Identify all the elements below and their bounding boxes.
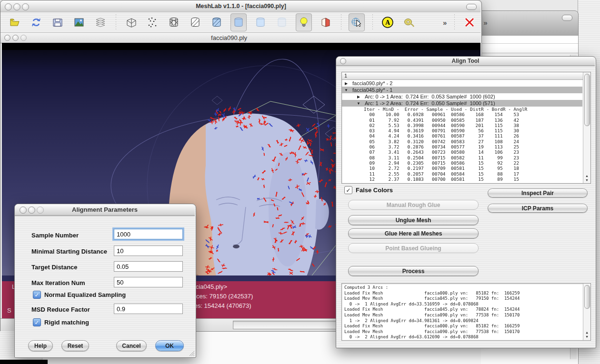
smooth-shaded-icon[interactable] [253, 14, 268, 31]
tree-scrollbar[interactable]: ▲ ▼ [583, 72, 590, 183]
log-line: Loaded Mov Mesh faccia090.ply vn: 77538 … [342, 329, 582, 335]
align-tool-titlebar: Align Tool [336, 57, 595, 66]
scroll-down-arrow-icon: ▼ [584, 335, 590, 339]
hidden-lines-icon[interactable] [188, 14, 203, 31]
measure-icon[interactable] [401, 14, 417, 31]
tree-row[interactable]: ▼faccia045.ply* - 1 [342, 87, 582, 93]
reload-icon[interactable] [29, 14, 44, 31]
save-icon[interactable] [50, 14, 65, 31]
log-box[interactable]: Computed 3 Arcs :Loaded Fix Mesh faccia0… [341, 283, 591, 341]
more-tools-icon[interactable]: » [443, 19, 447, 27]
iteration-table-row: 06 3.72 0.2876 00734 00577 19 113 25 [342, 144, 590, 149]
tree-row[interactable]: ▶Arc: 0 -> 1 Area: 0.724 Err: 0.053 Samp… [342, 93, 582, 100]
flat-shaded-icon[interactable] [230, 13, 247, 31]
toolbar-toggle-pill[interactable] [562, 15, 572, 21]
log-line: Loaded Mov Mesh faccia045.ply vn: 79150 … [342, 296, 582, 302]
iteration-table-row: 10 2.72 0.2197 00709 00581 15 95 18 [342, 166, 590, 171]
cancel-button[interactable]: Cancel [116, 340, 147, 351]
target-distance-label: Target Distance [31, 264, 78, 271]
tree-scrollbar-arrows[interactable]: ▲ ▼ [584, 174, 590, 182]
collapse-triangle-icon[interactable]: ▼ [344, 88, 349, 92]
expand-triangle-icon[interactable]: ▶ [356, 95, 361, 99]
snapshot-icon[interactable] [71, 14, 87, 31]
ok-button[interactable]: OK [155, 340, 184, 351]
params-title: Alignment Parameters [15, 206, 195, 213]
msd-reduce-factor-field[interactable] [114, 304, 183, 314]
open-icon[interactable] [7, 14, 22, 31]
flat-lines-icon[interactable] [209, 14, 224, 31]
minimize-button[interactable] [13, 3, 20, 10]
icp-params-button[interactable]: ICP Params [488, 204, 588, 213]
checkbox-box: ✓ [33, 318, 41, 326]
texture-icon[interactable] [274, 14, 290, 31]
light-icon[interactable] [296, 13, 312, 31]
delete-mesh-icon[interactable] [462, 14, 477, 31]
process-button[interactable]: Process [348, 266, 479, 276]
checkmark-icon: ✓ [34, 319, 39, 326]
tree-row-label: Arc: 0 -> 1 Area: 0.724 Err: 0.053 Sampl… [365, 94, 495, 99]
normal-equalized-sampling-checkbox[interactable]: ✓ Normal Equalized Sampling [33, 291, 126, 299]
rigid-matching-checkbox[interactable]: ✓ Rigid matching [33, 318, 89, 326]
reset-button[interactable]: Reset [61, 340, 89, 351]
log-line: 0 -> 2 Aligned AvgErr dd=63.612690 -> dd… [342, 334, 582, 340]
log-line: 1 -> 2 Aligned AvgErr dd=34.981361 -> dd… [342, 318, 582, 324]
main-toolbar: A » » [0, 12, 480, 33]
toolbar-separator [453, 14, 456, 30]
min-start-distance-label: Minimal Starting Distance [31, 248, 107, 255]
tree-column-header[interactable]: 1 [342, 72, 590, 80]
tree-row[interactable]: ▼Arc: 1 -> 2 Area: 0.724 Err: 0.050 Samp… [342, 100, 582, 107]
document-titlebar: faccia090.ply [0, 33, 480, 43]
false-colors-checkbox[interactable]: ✓ False Colors [344, 186, 393, 194]
checkbox-box: ✓ [344, 186, 352, 194]
more-icon[interactable]: » [483, 19, 487, 27]
max-iteration-field[interactable] [114, 277, 183, 287]
expand-triangle-icon[interactable]: ▶ [344, 81, 349, 86]
zoom-button[interactable] [22, 3, 29, 10]
letter-a-glyph: A [385, 19, 390, 26]
tree-row-label: faccia045.ply* - 1 [352, 87, 392, 93]
params-titlebar: Alignment Parameters [15, 204, 195, 216]
log-line: Loaded Fix Mesh faccia045.ply vn: 78824 … [342, 307, 582, 313]
iteration-table: Iter - MinD - Error - Sample - Used - Di… [342, 107, 590, 182]
close-button[interactable] [5, 3, 12, 10]
bottom-black-strip [0, 360, 48, 364]
tree-row-label: faccia090.ply* - 2 [352, 80, 392, 86]
backface-culling-icon[interactable] [318, 14, 333, 31]
glue-here-all-meshes-button[interactable]: Glue Here all Meshes [348, 228, 479, 238]
collapse-triangle-icon[interactable]: ▼ [356, 101, 361, 106]
msd-reduce-factor-label: MSD Reduce Factor [31, 306, 90, 313]
log-scrollbar[interactable]: ▲ ▼ [583, 284, 590, 340]
iteration-table-row: 11 2.55 0.2057 00704 00584 15 88 17 [342, 171, 590, 177]
log-scrollbar-arrows[interactable]: ▲ ▼ [584, 331, 590, 339]
iteration-table-row: 05 3.82 0.3120 00742 00583 27 108 24 [342, 139, 590, 144]
tree-row[interactable]: ▶faccia090.ply* - 2 [342, 80, 582, 87]
screen: MeshLab v1.1.0 - [faccia090.ply] [0, 0, 600, 364]
tree-scrollbar-thumb[interactable] [584, 74, 590, 126]
bounding-box-icon[interactable] [123, 14, 139, 31]
inspect-pair-button[interactable]: Inspect Pair [488, 188, 588, 197]
layers-icon[interactable] [93, 14, 108, 31]
alignment-parameters-dialog: Alignment Parameters Sample Number Minim… [14, 204, 196, 358]
main-toolbar-toggle-pill[interactable] [466, 4, 477, 10]
help-button[interactable]: Help [28, 340, 53, 351]
max-iteration-label: Max Iteration Num [31, 279, 85, 286]
unglue-mesh-button[interactable]: Unglue Mesh [348, 215, 479, 225]
wireframe-icon[interactable] [166, 14, 181, 31]
target-distance-field[interactable] [114, 261, 183, 272]
points-icon[interactable] [145, 14, 160, 31]
clipped-text-fragment: S [7, 307, 11, 314]
resize-grip-icon[interactable] [189, 351, 195, 356]
checkmark-icon: ✓ [346, 187, 350, 194]
trackball-icon[interactable] [349, 13, 365, 31]
min-start-distance-field[interactable] [114, 246, 183, 256]
point-based-glueing-button[interactable]: Point Based Glueing [348, 243, 479, 253]
sample-number-field[interactable] [114, 229, 183, 239]
manual-rough-glue-button[interactable]: Manual Rough Glue [348, 200, 479, 210]
log-scrollbar-thumb[interactable] [584, 285, 590, 309]
align-tool-window: Align Tool 1 ▶faccia090.ply* - 2▼faccia0… [336, 56, 596, 348]
text-annotation-icon[interactable]: A [380, 14, 395, 31]
node-tree-list[interactable]: 1 ▶faccia090.ply* - 2▼faccia045.ply* - 1… [341, 72, 591, 184]
iteration-table-row: 01 7.92 0.4391 00950 00585 187 136 42 [342, 118, 590, 123]
toolbar-separator [340, 14, 342, 30]
align-tool-title: Align Tool [336, 58, 595, 64]
